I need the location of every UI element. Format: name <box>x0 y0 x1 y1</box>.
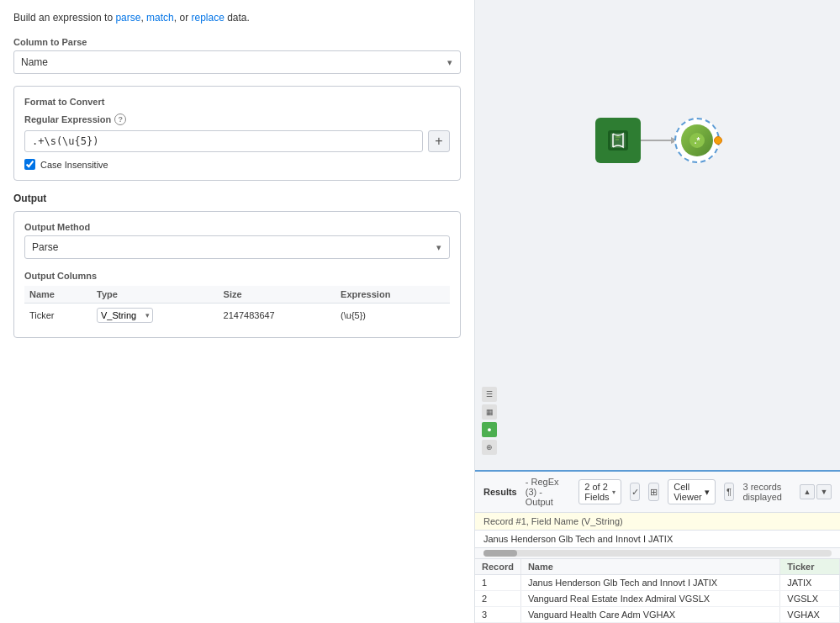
viewer-dropdown[interactable]: Cell Viewer ▾ <box>668 479 715 504</box>
check-icon-button[interactable]: ✓ <box>630 483 641 501</box>
next-arrow[interactable]: ▼ <box>816 484 832 499</box>
fields-dropdown[interactable]: 2 of 2 Fields ▾ <box>578 479 621 504</box>
input-node[interactable] <box>595 118 641 163</box>
regex-input[interactable] <box>24 130 423 152</box>
th-ticker: Ticker <box>780 559 840 575</box>
regex-node[interactable]: .* <box>674 118 720 163</box>
td-name-2: Vanguard Real Estate Index Admiral VGSLX <box>520 591 779 607</box>
th-record: Record <box>475 559 520 575</box>
regex-row: + <box>24 130 450 152</box>
results-header: Results - RegEx (3) - Output 2 of 2 Fiel… <box>475 472 840 513</box>
record-value-bar: Janus Henderson Glb Tech and Innovt I JA… <box>475 531 840 548</box>
record-info-bar: Record #1, Field Name (V_String) <box>475 513 840 531</box>
workflow-nodes: .* <box>595 118 720 163</box>
col-header-name: Name <box>24 286 92 304</box>
h-scroll[interactable] <box>483 550 832 557</box>
output-method-wrapper: Parse <box>24 235 450 259</box>
col-name: Ticker <box>24 304 92 328</box>
table-icon-button[interactable]: ⊞ <box>648 483 659 501</box>
scroll-bar-area <box>475 548 840 559</box>
list-icon[interactable]: ☰ <box>482 387 497 402</box>
h-scroll-thumb <box>483 550 517 557</box>
record-info-text: Record #1, Field Name (V_String) <box>483 516 623 526</box>
results-title: Results <box>483 487 517 497</box>
prev-arrow[interactable]: ▲ <box>800 484 815 499</box>
regex-add-button[interactable]: + <box>428 130 450 152</box>
td-record-2: 2 <box>475 591 520 607</box>
td-record-1: 1 <box>475 575 520 591</box>
regex-label: Regular Expression ? <box>24 114 450 125</box>
right-panel: .* ☰ ▦ ● ⊕ Results - RegEx (3) - Output … <box>475 0 840 623</box>
results-table-header-row: Record Name Ticker <box>475 559 840 575</box>
parse-link[interactable]: parse <box>115 12 140 24</box>
type-select[interactable]: V_String <box>97 308 153 323</box>
col-type: V_String <box>92 304 219 328</box>
col-header-expression: Expression <box>335 286 450 304</box>
column-to-parse-wrapper: Name <box>13 50 461 74</box>
record-value-text: Janus Henderson Glb Tech and Innovt I JA… <box>483 534 673 544</box>
left-panel: Build an expression to parse, match, or … <box>0 0 475 623</box>
format-section: Format to Convert Regular Expression ? +… <box>13 86 461 181</box>
output-columns-table: Name Type Size Expression Ticker V_Strin… <box>24 286 450 327</box>
column-to-parse-select[interactable]: Name <box>13 50 461 74</box>
records-count: 3 records displayed <box>742 482 786 502</box>
td-name-1: Janus Henderson Glb Tech and Innovt I JA… <box>520 575 779 591</box>
td-ticker-3: VGHAX <box>780 607 840 623</box>
active-icon[interactable]: ● <box>482 422 497 437</box>
side-icons: ☰ ▦ ● ⊕ <box>482 387 497 455</box>
paragraph-icon-button[interactable]: ¶ <box>724 483 735 501</box>
replace-link[interactable]: replace <box>191 12 224 24</box>
fields-count-label: 2 of 2 Fields <box>584 482 609 502</box>
output-method-label: Output Method <box>24 222 450 232</box>
td-name-3: Vanguard Health Care Adm VGHAX <box>520 607 779 623</box>
connector-line <box>641 140 674 141</box>
output-columns-label: Output Columns <box>24 271 450 281</box>
format-section-title: Format to Convert <box>24 97 450 107</box>
col-expression: (\u{5}) <box>335 304 450 328</box>
viewer-chevron-icon: ▾ <box>705 487 710 498</box>
svg-text:.*: .* <box>695 136 700 145</box>
table-row: Ticker V_String 2147483647 (\u{5}) <box>24 304 450 328</box>
col-header-type: Type <box>92 286 219 304</box>
case-insensitive-row: Case Insensitive <box>24 159 450 170</box>
case-insensitive-checkbox[interactable] <box>24 159 35 170</box>
output-section-title: Output <box>13 193 461 204</box>
results-subtitle: - RegEx (3) - Output <box>526 477 571 507</box>
node-output-dot <box>714 136 722 145</box>
case-insensitive-label: Case Insensitive <box>40 160 108 170</box>
results-panel: Results - RegEx (3) - Output 2 of 2 Fiel… <box>475 470 840 623</box>
td-ticker-2: VGSLX <box>780 591 840 607</box>
table-row: 3 Vanguard Health Care Adm VGHAX VGHAX <box>475 607 840 623</box>
td-ticker-1: JATIX <box>780 575 840 591</box>
settings-icon[interactable]: ⊕ <box>482 440 497 455</box>
table-row: 1 Janus Henderson Glb Tech and Innovt I … <box>475 575 840 591</box>
match-link[interactable]: match <box>146 12 174 24</box>
th-name: Name <box>520 559 779 575</box>
fields-chevron-icon: ▾ <box>612 488 615 496</box>
regex-help-icon[interactable]: ? <box>114 114 126 125</box>
viewer-label: Cell Viewer <box>674 482 701 502</box>
regex-node-inner: .* <box>681 124 713 156</box>
output-method-select[interactable]: Parse <box>24 235 450 259</box>
output-section: Output Method Parse Output Columns Name … <box>13 211 461 338</box>
col-header-size: Size <box>219 286 335 304</box>
grid-icon[interactable]: ▦ <box>482 404 497 420</box>
instruction-text: Build an expression to parse, match, or … <box>13 12 461 24</box>
results-data-table: Record Name Ticker 1 Janus Henderson Glb… <box>475 559 840 623</box>
nav-arrows: ▲ ▼ <box>800 484 832 499</box>
type-select-wrapper: V_String <box>97 308 153 323</box>
column-to-parse-label: Column to Parse <box>13 37 461 47</box>
col-size: 2147483647 <box>219 304 335 328</box>
table-row: 2 Vanguard Real Estate Index Admiral VGS… <box>475 591 840 607</box>
td-record-3: 3 <box>475 607 520 623</box>
